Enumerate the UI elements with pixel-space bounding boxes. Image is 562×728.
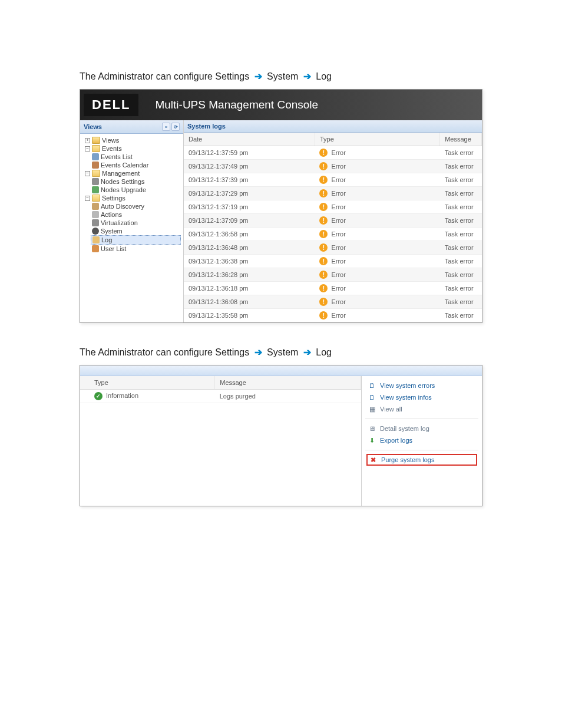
- cell-message: Task error: [440, 282, 482, 295]
- table-row[interactable]: 09/13/12-1:36:08 pm!ErrorTask error: [184, 295, 482, 309]
- error-icon: !: [319, 189, 328, 197]
- table-row[interactable]: 09/13/12-1:35:58 pm!ErrorTask error: [184, 309, 482, 322]
- col-message[interactable]: Message: [440, 133, 482, 146]
- table-row[interactable]: 09/13/12-1:36:28 pm!ErrorTask error: [184, 268, 482, 282]
- col2-type[interactable]: Type: [80, 376, 215, 390]
- purge-icon: ✖: [369, 456, 378, 464]
- ok-icon: ✓: [94, 392, 103, 400]
- table-row[interactable]: 09/13/12-1:36:58 pm!ErrorTask error: [184, 228, 482, 241]
- errors-icon: 🗒: [368, 381, 376, 390]
- error-icon: !: [319, 162, 328, 170]
- error-icon: !: [319, 176, 328, 184]
- cell-message: Task error: [440, 187, 482, 200]
- panel-title: System logs: [184, 120, 482, 133]
- separator: [365, 450, 478, 450]
- cell-type: !Error: [315, 200, 439, 214]
- cell-date: 09/13/12-1:36:58 pm: [184, 228, 315, 241]
- error-icon: !: [319, 216, 328, 225]
- tree-item-views[interactable]: +Views: [84, 136, 181, 144]
- tree-item-system[interactable]: System: [91, 227, 181, 235]
- views-label: Views: [84, 123, 102, 130]
- app-header: DELL Multi-UPS Management Console: [80, 90, 482, 120]
- cell-date: 09/13/12-1:37:39 pm: [184, 173, 315, 187]
- cell-date: 09/13/12-1:37:19 pm: [184, 200, 315, 214]
- tree-item-actions[interactable]: Actions: [91, 210, 181, 219]
- cell-message: Task error: [440, 160, 482, 173]
- separator: [365, 419, 478, 419]
- cell-type: !Error: [315, 241, 439, 255]
- refresh-icon[interactable]: ⟳: [171, 123, 180, 131]
- table-row[interactable]: 09/13/12-1:37:29 pm!ErrorTask error: [184, 187, 482, 200]
- arrow-icon: ➔: [254, 347, 262, 357]
- export-icon: ⬇: [368, 436, 376, 444]
- cell-type: !Error: [315, 214, 439, 228]
- cell-type: !Error: [315, 173, 439, 187]
- cell-type: !Error: [315, 309, 439, 322]
- table-row[interactable]: 09/13/12-1:36:48 pm!ErrorTask error: [184, 241, 482, 255]
- cell-date: 09/13/12-1:36:48 pm: [184, 241, 315, 255]
- infos-icon: 🗒: [368, 393, 376, 401]
- action-view-all[interactable]: ▦ View all: [366, 403, 477, 415]
- doc-text-2: The Administrator can configure Settings…: [80, 347, 482, 358]
- tree-item-log[interactable]: Log: [91, 235, 181, 245]
- tree-item-events-list[interactable]: Events List: [91, 153, 181, 161]
- table-row[interactable]: ✓InformationLogs purged: [80, 390, 361, 403]
- cell-message: Task error: [440, 214, 482, 228]
- cell-type: !Error: [315, 295, 439, 309]
- action-view-errors[interactable]: 🗒 View system errors: [366, 380, 477, 391]
- brand-logo: DELL: [84, 94, 138, 116]
- tree-item-user-list[interactable]: User List: [91, 245, 181, 253]
- logs-area: Type Message ✓InformationLogs purged: [80, 376, 361, 506]
- table-row[interactable]: 09/13/12-1:37:59 pm!ErrorTask error: [184, 146, 482, 160]
- error-icon: !: [319, 149, 328, 157]
- tree-item-settings[interactable]: −Settings: [84, 194, 181, 202]
- cell-date: 09/13/12-1:37:29 pm: [184, 187, 315, 200]
- table-row[interactable]: 09/13/12-1:37:39 pm!ErrorTask error: [184, 173, 482, 187]
- error-icon: !: [319, 243, 328, 252]
- cell-date: 09/13/12-1:36:18 pm: [184, 282, 315, 295]
- header-strip: [80, 365, 482, 376]
- cell-type: !Error: [315, 187, 439, 200]
- cell-date: 09/13/12-1:37:09 pm: [184, 214, 315, 228]
- table-row[interactable]: 09/13/12-1:37:09 pm!ErrorTask error: [184, 214, 482, 228]
- arrow-icon: ➔: [303, 71, 311, 81]
- tree-item-virtualization[interactable]: Virtualization: [91, 219, 181, 227]
- screenshot-system-logs: DELL Multi-UPS Management Console Views …: [80, 89, 482, 323]
- col-date[interactable]: Date: [184, 133, 315, 146]
- nav-tree: +Views −Events Events List Events Calend…: [80, 134, 183, 265]
- main-panel: System logs Date Type Message 09/13/12-1…: [184, 120, 482, 322]
- tree-item-events-calendar[interactable]: Events Calendar: [91, 161, 181, 169]
- table-row[interactable]: 09/13/12-1:36:18 pm!ErrorTask error: [184, 282, 482, 295]
- cell-type: !Error: [315, 268, 439, 282]
- view-all-icon: ▦: [368, 405, 376, 413]
- tree-item-events[interactable]: −Events: [84, 144, 181, 153]
- action-export-logs[interactable]: ⬇ Export logs: [366, 434, 477, 446]
- cell-message: Task error: [440, 241, 482, 255]
- error-icon: !: [319, 284, 328, 292]
- cell-message: Task error: [440, 295, 482, 309]
- table-row[interactable]: 09/13/12-1:37:49 pm!ErrorTask error: [184, 160, 482, 173]
- cell-message: Task error: [440, 200, 482, 214]
- cell-date: 09/13/12-1:36:38 pm: [184, 255, 315, 268]
- col2-message[interactable]: Message: [215, 376, 361, 390]
- views-header: Views « ⟳: [80, 120, 183, 134]
- tree-item-nodes-upgrade[interactable]: Nodes Upgrade: [91, 186, 181, 194]
- table-row[interactable]: 09/13/12-1:36:38 pm!ErrorTask error: [184, 255, 482, 268]
- error-icon: !: [319, 311, 328, 319]
- tree-item-management[interactable]: −Management: [84, 169, 181, 177]
- cell-type: !Error: [315, 255, 439, 268]
- tree-item-nodes-settings[interactable]: Nodes Settings: [91, 177, 181, 186]
- cell-type: ✓Information: [80, 390, 215, 403]
- cell-message: Task error: [440, 228, 482, 241]
- cell-date: 09/13/12-1:37:49 pm: [184, 160, 315, 173]
- collapse-icon[interactable]: «: [162, 123, 170, 131]
- col-type[interactable]: Type: [315, 133, 439, 146]
- actions-panel: 🗒 View system errors 🗒 View system infos…: [361, 376, 482, 506]
- table-row[interactable]: 09/13/12-1:37:19 pm!ErrorTask error: [184, 200, 482, 214]
- error-icon: !: [319, 257, 328, 265]
- cell-message: Task error: [440, 255, 482, 268]
- action-detail-log[interactable]: 🖥 Detail system log: [366, 423, 477, 434]
- action-view-infos[interactable]: 🗒 View system infos: [366, 391, 477, 403]
- action-purge-logs[interactable]: ✖ Purge system logs: [366, 454, 477, 466]
- tree-item-auto-discovery[interactable]: Auto Discovery: [91, 202, 181, 210]
